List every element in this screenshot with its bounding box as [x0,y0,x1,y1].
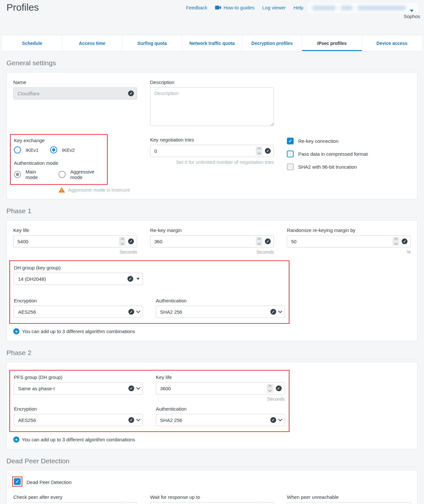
p2-encryption-select[interactable]: AES256 ✓ [14,414,143,426]
chevron-down-icon [278,417,282,421]
tab-surfing-quota[interactable]: Surfing quota [122,35,182,51]
rekey-margin-label: Re-key margin [150,227,274,233]
dh-group-field-group: DH group (key group) 14 (DH2048) ✓ [14,265,143,285]
number-stepper[interactable] [393,237,399,246]
key-exchange-highlight-box: Key exchange IKEv1 IKEv2 Authentication … [10,134,108,185]
account-selector[interactable] [308,3,418,13]
tab-access-time[interactable]: Access time [62,35,122,51]
general-checkboxes: ✓ Re-key connection Pass data in compres… [287,134,411,193]
caret-down-icon [136,278,140,280]
when-unreachable-select[interactable]: Re-initiate ✓ [287,502,411,504]
chevron-down-icon [136,417,140,421]
when-unreachable-label: When peer unreachable [287,494,411,500]
randomize-margin-field-group: Randomize re-keying margin by ✓ % [287,227,411,255]
number-stepper[interactable] [119,237,125,246]
randomize-margin-input[interactable] [291,239,390,244]
key-negotiation-input-wrap: ✓ [150,145,274,157]
help-link[interactable]: Help [293,5,303,10]
radio-main-mode[interactable] [14,171,21,178]
radio-ikev1[interactable] [14,146,21,153]
pfs-group-label: PFS group (DH group) [14,374,143,380]
p2-encryption-value: AES256 [18,417,126,423]
section-title-dpd: Dead Peer Detection [6,457,418,467]
p1-encryption-select[interactable]: AES256 ✓ [14,306,143,318]
section-title-phase1: Phase 1 [6,207,418,217]
p2-key-life-unit: Seconds [156,396,285,402]
valid-check-icon: ✓ [265,148,271,154]
key-negotiation-input[interactable] [154,148,253,154]
p2-add-note: You can add up to 3 different algorithm … [22,437,135,442]
name-input-wrap: ✓ [13,87,137,100]
sha2-truncation-checkbox[interactable] [287,163,294,170]
dh-group-select[interactable]: 14 (DH2048) ✓ [14,273,143,285]
key-exchange-options: IKEv1 IKEv2 [14,146,104,153]
name-input[interactable] [17,91,125,96]
feedback-link[interactable]: Feedback [186,5,207,10]
chevron-down-icon [136,385,140,390]
p2-key-life-field-group: Key life ✓ Seconds [156,374,285,402]
phase2-panel: PFS group (DH group) Same as phase-I ✓ K… [6,362,418,449]
valid-check-icon: ✓ [402,238,408,244]
p1-authentication-select[interactable]: SHA2 256 ✓ [156,306,285,318]
check-peer-field-group: Check peer after every ✓ Seconds [13,494,137,504]
number-stepper[interactable] [267,384,273,393]
dpd-enable-checkbox[interactable]: ✓ [14,478,21,485]
p1-authentication-label: Authentication [156,298,285,303]
p2-key-life-input[interactable] [160,386,264,391]
phase1-algorithms-highlight-box: DH group (key group) 14 (DH2048) ✓ Encry… [9,260,289,324]
add-icon[interactable]: + [13,328,19,334]
aggressive-mode-warning: ! Aggressive mode is insecure [59,187,137,193]
number-stepper[interactable] [256,146,262,155]
add-icon[interactable]: + [13,436,19,443]
number-stepper[interactable] [256,237,262,246]
valid-check-icon: ✓ [128,309,134,315]
p1-add-note: You can add up to 3 different algorithm … [22,329,135,334]
redacted-text [357,6,406,10]
pfs-group-field-group: PFS group (DH group) Same as phase-I ✓ [14,374,143,402]
radio-ikev1-label: IKEv1 [26,147,38,153]
rekey-connection-checkbox[interactable]: ✓ [287,138,294,144]
description-field-group: Description [150,79,274,127]
auth-mode-options: Main mode Aggressive mode [14,169,104,180]
p2-add-combination: + You can add up to 3 different algorith… [13,436,411,443]
tab-schedule[interactable]: Schedule [2,35,62,51]
p2-authentication-select[interactable]: SHA2 256 ✓ [156,414,285,426]
chevron-down-icon [278,309,282,313]
key-life-field-group: Key life ✓ Seconds [13,227,137,255]
key-exchange-label: Key exchange [14,138,104,143]
rekey-connection-label: Re-key connection [298,138,338,144]
key-life-input[interactable] [17,239,116,244]
radio-ikev2[interactable] [50,146,57,153]
warning-text: Aggressive mode is insecure [68,187,130,193]
valid-check-icon: ✓ [270,417,276,423]
valid-check-icon: ✓ [128,417,134,423]
when-unreachable-field-group: When peer unreachable Re-initiate ✓ [287,494,411,504]
page-title: Profiles [6,2,39,13]
p2-authentication-value: SHA2 256 [160,417,268,423]
radio-aggressive-mode[interactable] [59,171,66,178]
key-life-unit: Seconds [13,249,137,255]
profile-tabs: Schedule Access time Surfing quota Netwo… [2,35,422,51]
tab-network-traffic-quota[interactable]: Network traffic quota [182,35,242,51]
pfs-group-select[interactable]: Same as phase-I ✓ [14,382,143,394]
description-textarea[interactable] [150,87,274,126]
key-life-label: Key life [13,227,137,233]
tab-device-access[interactable]: Device access [362,35,422,51]
radio-ikev2-label: IKEv2 [62,147,75,153]
tab-ipsec-profiles[interactable]: IPsec profiles [302,35,362,51]
compressed-format-checkbox[interactable] [287,151,294,157]
p1-authentication-value: SHA2 256 [160,309,268,315]
p1-authentication-field-group: Authentication SHA2 256 ✓ [156,298,285,318]
howto-guides-link[interactable]: How-to guides [215,5,255,10]
compressed-format-label: Pass data in compressed format [298,151,368,157]
redacted-text [312,6,336,10]
rekey-margin-input[interactable] [154,239,253,244]
name-label: Name [13,79,137,85]
valid-check-icon: ✓ [128,238,134,244]
log-viewer-link[interactable]: Log viewer [262,5,286,10]
redacted-text [341,6,353,10]
warning-icon: ! [59,187,65,193]
p2-key-life-label: Key life [156,374,285,380]
tab-decryption-profiles[interactable]: Decryption profiles [242,35,302,51]
radio-main-mode-label: Main mode [26,169,47,180]
